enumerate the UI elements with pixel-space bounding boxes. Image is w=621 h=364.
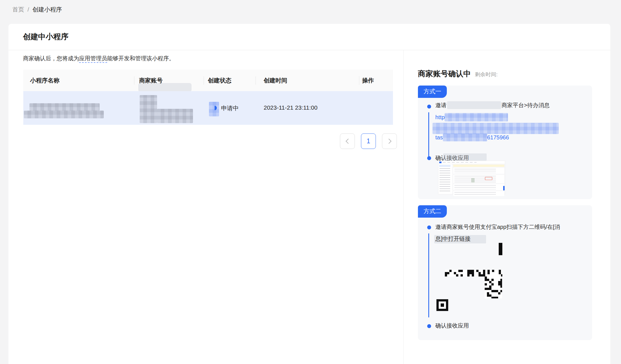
next-page-button[interactable] bbox=[382, 133, 397, 149]
invite-link-line1[interactable]: http bbox=[435, 113, 508, 121]
page-1-button[interactable]: 1 bbox=[361, 133, 376, 149]
method2-step2: 确认接收应用 bbox=[435, 321, 469, 330]
thumb-notice-banner bbox=[453, 165, 504, 167]
redacted-miniapp-name bbox=[29, 103, 100, 111]
thumb-card-lines bbox=[454, 169, 496, 173]
title-divider bbox=[8, 50, 610, 50]
thumb-topbar bbox=[438, 161, 505, 164]
thumb-card bbox=[453, 191, 504, 196]
method-2-badge: 方式二 bbox=[418, 205, 447, 218]
remaining-time-label: 剩余时间: bbox=[475, 71, 498, 78]
link-fragment[interactable]: http bbox=[435, 113, 445, 121]
timeline-connector bbox=[428, 233, 429, 317]
pagination: 1 bbox=[340, 133, 397, 149]
merchant-platform-screenshot bbox=[438, 161, 505, 194]
step-bullet-icon bbox=[427, 324, 431, 328]
thumb-avatar-image bbox=[471, 178, 475, 183]
confirm-panel-header: 商家账号确认中 剩余时间: bbox=[418, 69, 498, 79]
main-card: 创建中小程序 商家确认后，您将成为应用管理员能够开发和管理该小程序。 小程序名称… bbox=[8, 24, 610, 364]
description-suffix: 能够开发和管理该小程序。 bbox=[107, 55, 174, 61]
redacted-patch bbox=[443, 153, 487, 161]
thumb-highlight-box bbox=[485, 177, 492, 180]
panel-divider bbox=[403, 50, 404, 364]
thumb-card bbox=[453, 175, 504, 183]
thumb-sidebar bbox=[438, 164, 453, 194]
qr-bottom-strip bbox=[445, 270, 502, 277]
redacted-patch bbox=[209, 102, 219, 116]
table-row: 申请中 2023-11-21 23:11:00 bbox=[23, 91, 393, 125]
chevron-left-icon bbox=[346, 139, 351, 144]
created-time-value: 2023-11-21 23:11:00 bbox=[264, 104, 318, 111]
page-title: 创建中小程序 bbox=[23, 32, 68, 42]
qr-finder-pattern bbox=[436, 299, 448, 311]
status-badge: 申请中 bbox=[221, 104, 239, 112]
thumb-content bbox=[453, 164, 505, 194]
thumb-card bbox=[453, 184, 504, 190]
step-bullet-icon bbox=[427, 156, 431, 160]
table-header-row: 小程序名称 商家账号 创建状态 创建时间 操作 bbox=[23, 70, 393, 91]
step-text-suffix: 商家平台>待办消息 bbox=[502, 101, 550, 109]
redacted-text bbox=[447, 101, 501, 109]
thumb-nav-items bbox=[443, 162, 477, 163]
step-bullet-icon bbox=[427, 225, 431, 229]
column-header-create-time: 创建时间 bbox=[256, 70, 359, 91]
prev-page-button[interactable] bbox=[340, 133, 355, 149]
page-description: 商家确认后，您将成为应用管理员能够开发和管理该小程序。 bbox=[23, 55, 174, 62]
qr-code bbox=[436, 248, 502, 311]
redacted-link bbox=[433, 123, 559, 134]
link-fragment[interactable]: tas bbox=[435, 133, 443, 142]
thumb-logo bbox=[439, 162, 441, 163]
thumb-side-tab bbox=[503, 186, 505, 190]
redacted-merchant-account bbox=[157, 109, 193, 123]
miniapp-table: 小程序名称 商家账号 创建状态 创建时间 操作 申请中 2023-11-21 2… bbox=[23, 70, 393, 125]
step-text-prefix: 邀请 bbox=[435, 101, 447, 109]
method-2-card: 方式二 邀请商家账号使用支付宝app扫描下方二维码/在[消 息]中打开链接 确认… bbox=[418, 205, 592, 340]
method2-step1-line2: 息]中打开链接 bbox=[435, 234, 471, 243]
redacted-patch bbox=[138, 83, 192, 92]
redacted-link bbox=[445, 113, 508, 121]
thumb-sidebar-items bbox=[440, 168, 450, 193]
invite-link-line3[interactable]: tas 6175966 bbox=[435, 133, 509, 142]
timeline-connector bbox=[428, 112, 429, 158]
breadcrumb-home[interactable]: 首页 bbox=[12, 6, 24, 13]
page-number: 1 bbox=[367, 137, 370, 145]
qr-notch bbox=[499, 243, 502, 255]
redacted-merchant-account bbox=[140, 95, 157, 123]
method1-step1: 邀请 商家平台>待办消息 bbox=[435, 101, 550, 109]
thumb-sidebar-selected bbox=[439, 165, 450, 167]
thumb-card-lines bbox=[454, 192, 496, 195]
breadcrumb-separator: / bbox=[27, 6, 29, 13]
qr-detail-patch bbox=[485, 277, 502, 298]
redacted-miniapp-name bbox=[24, 110, 104, 118]
confirm-panel-title: 商家账号确认中 bbox=[418, 69, 471, 79]
column-header-name: 小程序名称 bbox=[23, 70, 134, 91]
breadcrumb: 首页 / 创建小程序 bbox=[12, 6, 62, 13]
method-1-badge: 方式一 bbox=[418, 86, 447, 98]
description-prefix: 商家确认后，您将成为 bbox=[23, 55, 79, 61]
redacted-link bbox=[443, 133, 487, 141]
step-bullet-icon bbox=[427, 105, 431, 109]
column-header-actions: 操作 bbox=[359, 70, 393, 91]
thumb-card bbox=[453, 168, 504, 174]
method2-step1-line1: 邀请商家账号使用支付宝app扫描下方二维码/在[消 bbox=[435, 223, 581, 231]
chevron-right-icon bbox=[386, 139, 391, 144]
link-fragment[interactable]: 6175966 bbox=[487, 133, 509, 142]
thumb-card-lines bbox=[454, 185, 496, 189]
admin-term-link[interactable]: 应用管理员 bbox=[79, 55, 107, 63]
method-1-card: 方式一 邀请 商家平台>待办消息 http tas 6175966 确认接收应用 bbox=[418, 86, 592, 199]
column-header-create-status: 创建状态 bbox=[204, 70, 256, 91]
breadcrumb-current: 创建小程序 bbox=[33, 6, 62, 13]
